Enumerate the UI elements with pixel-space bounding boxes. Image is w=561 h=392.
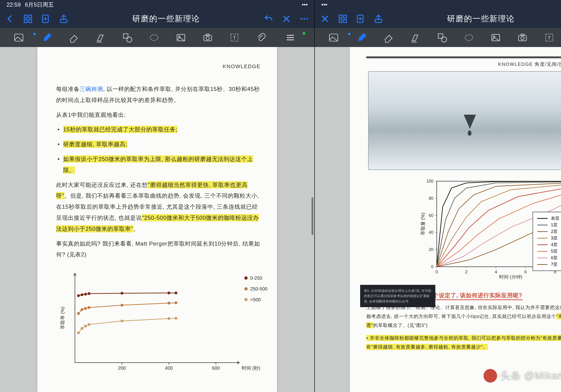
- para-3: 事实真的如此吗? 我们来看看, Matt Perger把萃取时间延长到10分钟后…: [56, 238, 260, 260]
- eraser-tool-icon[interactable]: [67, 31, 80, 44]
- read-mode-icon[interactable]: [12, 31, 25, 44]
- lasso-tool-icon[interactable]: [462, 31, 475, 44]
- svg-text:4: 4: [495, 270, 497, 274]
- menu-status-dot-icon: [302, 32, 305, 35]
- svg-text:时间 (分钟): 时间 (分钟): [499, 274, 522, 279]
- svg-point-50: [244, 287, 248, 291]
- add-page-icon[interactable]: [41, 14, 51, 24]
- back-icon[interactable]: [5, 14, 15, 24]
- svg-point-37: [88, 292, 90, 295]
- grid-icon[interactable]: [338, 14, 348, 24]
- right-chart: 0246810020406080100时间 (分钟)萃取量 (%) 表层1层2层…: [420, 176, 561, 285]
- nav-bar-left: 研磨的一些新理论: [0, 9, 314, 28]
- svg-rect-22: [206, 34, 209, 36]
- page-kicker: KNOWLEDGE 角度/见闻/技艺: [366, 60, 561, 69]
- svg-text:200: 200: [118, 365, 126, 370]
- svg-point-82: [442, 37, 447, 42]
- svg-rect-3: [29, 20, 32, 22]
- svg-point-87: [521, 37, 524, 40]
- svg-text:100: 100: [426, 179, 433, 184]
- svg-point-38: [120, 292, 123, 295]
- svg-point-36: [84, 293, 87, 296]
- shape-tool-icon[interactable]: [121, 31, 134, 44]
- status-bar-right: ••• 61%: [315, 0, 561, 9]
- left-pane: 22:59 6月5日周五 ••• 研磨的一些新理论: [0, 0, 314, 392]
- svg-point-40: [174, 292, 177, 294]
- add-page-icon[interactable]: [356, 14, 366, 24]
- shape-tool-icon[interactable]: [436, 31, 449, 44]
- share-icon[interactable]: [59, 14, 69, 24]
- status-date: 6月5日周五: [25, 1, 54, 9]
- bluetooth-dot-icon: [348, 33, 351, 35]
- svg-point-43: [77, 312, 80, 315]
- svg-point-52: [77, 331, 80, 334]
- more-icon[interactable]: [299, 14, 309, 24]
- eraser-tool-icon[interactable]: [382, 31, 395, 44]
- highlighter-tool-icon[interactable]: [409, 31, 422, 44]
- attachment-tool-icon[interactable]: [255, 31, 268, 44]
- svg-rect-69: [344, 20, 346, 22]
- svg-text:时间 (秒): 时间 (秒): [242, 365, 260, 370]
- bluetooth-dot-icon: [33, 33, 36, 35]
- right-pane: ••• 61% 研磨的一些新理论: [314, 0, 561, 392]
- text-tool-icon[interactable]: T: [228, 31, 241, 44]
- status-ellipsis: •••: [302, 1, 308, 8]
- right-page-area[interactable]: KNOWLEDGE 角度/见闻/技艺 0246810020406080100时间…: [315, 47, 561, 392]
- svg-text:0: 0: [436, 270, 438, 274]
- svg-text:600: 600: [212, 365, 220, 370]
- text-tool-icon[interactable]: T: [543, 31, 556, 44]
- svg-point-16: [127, 37, 132, 42]
- svg-text:T: T: [233, 35, 236, 40]
- svg-text:T: T: [548, 35, 551, 40]
- undo-icon[interactable]: [264, 14, 273, 24]
- svg-point-35: [81, 293, 83, 296]
- left-page-area[interactable]: KNOWLEDGE 每组准备三碗杯测, 以一样的配方和条件萃取, 并分别在萃取1…: [0, 47, 314, 392]
- close-split-icon[interactable]: [320, 14, 330, 24]
- svg-point-47: [120, 304, 123, 307]
- svg-point-85: [493, 36, 495, 38]
- share-icon[interactable]: [374, 14, 383, 24]
- pen-tool-icon[interactable]: [355, 31, 368, 44]
- highlighter-tool-icon[interactable]: [94, 31, 107, 44]
- nav-bar-right: 研磨的一些新理论: [315, 9, 561, 28]
- camera-tool-icon[interactable]: [201, 31, 214, 44]
- svg-text:0: 0: [431, 264, 433, 269]
- scroll-indicator[interactable]: [312, 197, 313, 235]
- svg-text:60: 60: [429, 213, 433, 218]
- image-tool-icon[interactable]: [489, 31, 502, 44]
- right-paper: KNOWLEDGE 角度/见闻/技艺 0246810020406080100时间…: [350, 47, 561, 392]
- pen-tool-icon[interactable]: [40, 31, 54, 44]
- svg-text:6: 6: [524, 270, 527, 274]
- doc-title: 研磨的一些新理论: [132, 13, 200, 24]
- tool-bar-left: T: [0, 28, 314, 47]
- svg-rect-2: [24, 20, 27, 22]
- svg-rect-66: [339, 15, 342, 18]
- lasso-tool-icon[interactable]: [148, 31, 161, 44]
- grid-icon[interactable]: [23, 14, 33, 24]
- camera-tool-icon[interactable]: [516, 31, 529, 44]
- lead-para: 从表1中我们能直观地看出:: [56, 109, 260, 120]
- svg-text:2: 2: [465, 270, 467, 274]
- para-2: 此时大家可能还没反应过来, 还在想"磨得越细当然萃得更快, 萃取率也更高呀"。但…: [56, 180, 260, 235]
- left-chart: 2004006000-250250-500>500时间 (秒)萃取率 (%): [56, 269, 260, 378]
- svg-point-56: [120, 320, 123, 322]
- tool-bar-right: T: [315, 28, 561, 47]
- svg-point-12: [306, 18, 308, 20]
- svg-point-17: [150, 35, 158, 41]
- image-tool-icon[interactable]: [174, 31, 187, 44]
- page-kicker: KNOWLEDGE: [56, 64, 260, 70]
- svg-point-58: [174, 317, 177, 320]
- menu-tool-icon[interactable]: [284, 31, 297, 44]
- left-paper: KNOWLEDGE 每组准备三碗杯测, 以一样的配方和条件萃取, 并分别在萃取1…: [37, 47, 277, 392]
- svg-point-55: [88, 323, 90, 326]
- svg-point-34: [77, 294, 80, 297]
- svg-text:萃取率 (%): 萃取率 (%): [60, 307, 65, 329]
- svg-point-57: [168, 317, 170, 320]
- svg-text:250-500: 250-500: [250, 286, 267, 291]
- read-mode-icon[interactable]: [327, 31, 340, 44]
- svg-rect-88: [521, 34, 524, 36]
- close-icon[interactable]: [281, 14, 291, 24]
- svg-point-10: [301, 18, 302, 20]
- status-bar: 22:59 6月5日周五 •••: [0, 0, 314, 9]
- svg-rect-68: [339, 20, 342, 22]
